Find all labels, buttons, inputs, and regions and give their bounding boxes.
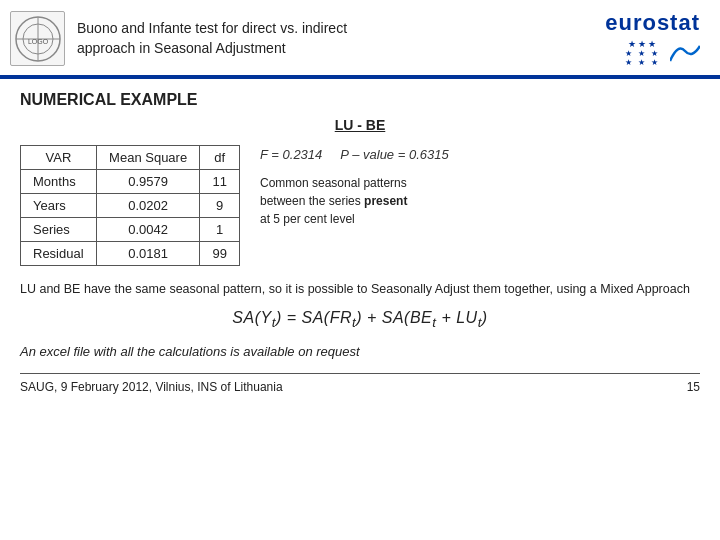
section-title: NUMERICAL EXAMPLE	[0, 87, 720, 117]
right-panel: F = 0.2314 P – value = 0.6315 Common sea…	[260, 145, 700, 228]
presentation-slide: LOGO Buono and Infante test for direct v…	[0, 0, 720, 540]
f-pvalue-formula: F = 0.2314 P – value = 0.6315	[260, 145, 700, 166]
row-value-years-ms: 0.0202	[96, 194, 199, 218]
col-header-df: df	[200, 146, 240, 170]
eurostat-logo: eurostat ★ ★ ★ ★ ★ ★ ★ ★ ★	[605, 10, 700, 67]
header-left: LOGO Buono and Infante test for direct v…	[10, 11, 347, 66]
anova-table: VAR Mean Square df Months 0.9579 11 Year…	[20, 145, 240, 266]
row-label-residual: Residual	[21, 242, 97, 266]
row-value-series-df: 1	[200, 218, 240, 242]
main-formula-display: SA(Yt) = SA(FRt) + SA(BEt + LUt)	[20, 309, 700, 330]
table-row: Years 0.0202 9	[21, 194, 240, 218]
table-row: Residual 0.0181 99	[21, 242, 240, 266]
pattern-note: LU and BE have the same seasonal pattern…	[20, 280, 700, 299]
row-label-years: Years	[21, 194, 97, 218]
present-bold: present	[364, 194, 407, 208]
svg-text:LOGO: LOGO	[27, 38, 48, 45]
common-seasonal-text: Common seasonal patterns between the ser…	[260, 174, 700, 228]
content-area: LU - BE VAR Mean Square df Months 0.9579…	[0, 117, 720, 361]
header: LOGO Buono and Infante test for direct v…	[0, 0, 720, 75]
row-value-months-ms: 0.9579	[96, 170, 199, 194]
page-number: 15	[687, 380, 700, 394]
table-row: Months 0.9579 11	[21, 170, 240, 194]
row-value-series-ms: 0.0042	[96, 218, 199, 242]
footer: SAUG, 9 February 2012, Vilnius, INS of L…	[0, 374, 720, 400]
eurostat-stars-top: ★ ★ ★	[628, 39, 656, 49]
institution-logo: LOGO	[10, 11, 65, 66]
row-value-residual-df: 99	[200, 242, 240, 266]
eurostat-wordmark: eurostat	[605, 10, 700, 36]
excel-note: An excel file with all the calculations …	[20, 342, 700, 362]
table-row: Series 0.0042 1	[21, 218, 240, 242]
row-value-residual-ms: 0.0181	[96, 242, 199, 266]
presentation-title: Buono and Infante test for direct vs. in…	[77, 19, 347, 58]
row-value-years-df: 9	[200, 194, 240, 218]
row-label-series: Series	[21, 218, 97, 242]
table-formula-row: VAR Mean Square df Months 0.9579 11 Year…	[20, 145, 700, 266]
blue-divider	[0, 75, 720, 79]
lu-be-subtitle: LU - BE	[20, 117, 700, 133]
col-header-mean-square: Mean Square	[96, 146, 199, 170]
footer-citation: SAUG, 9 February 2012, Vilnius, INS of L…	[20, 380, 283, 394]
row-label-months: Months	[21, 170, 97, 194]
col-header-var: VAR	[21, 146, 97, 170]
row-value-months-df: 11	[200, 170, 240, 194]
